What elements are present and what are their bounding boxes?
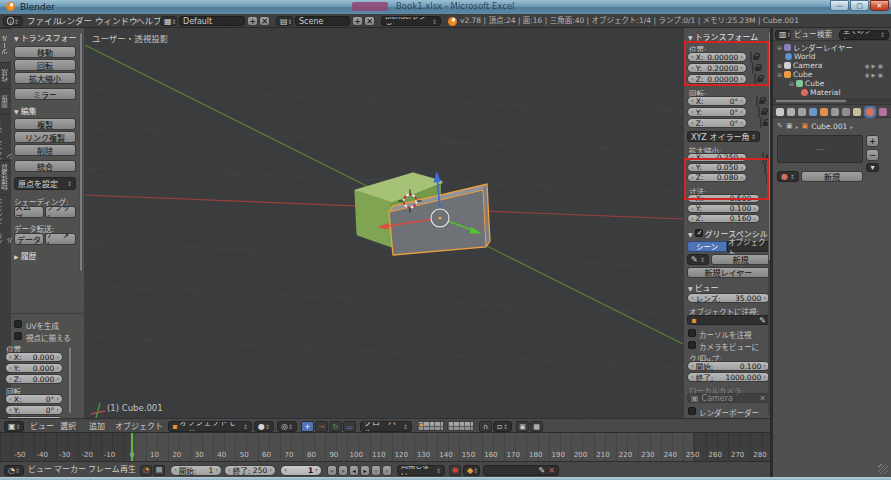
frame-start-field[interactable]: 開始:1 bbox=[170, 465, 222, 476]
delete-scene-button[interactable]: ✕ bbox=[364, 16, 375, 26]
mode-dropdown[interactable]: ▪オブジェクトモード bbox=[168, 421, 252, 432]
op-rotation-y-field[interactable]: Y:0° bbox=[5, 405, 63, 415]
disclosure-icon[interactable]: ⊖ bbox=[777, 44, 782, 51]
clip-end-field[interactable]: 終了:1000.000 bbox=[687, 372, 770, 382]
panel-header-history[interactable]: ▶履歴 bbox=[14, 250, 37, 261]
location-x-field[interactable]: X:0.00000 bbox=[687, 52, 747, 62]
add-layout-button[interactable]: + bbox=[247, 16, 258, 26]
scene-field[interactable]: Scene bbox=[295, 16, 350, 26]
resize-grip[interactable] bbox=[878, 464, 888, 474]
current-frame-field[interactable]: 1 bbox=[280, 465, 322, 476]
set-origin-dropdown[interactable]: 原点を設定 bbox=[14, 177, 76, 190]
screen-layout-field[interactable]: Default bbox=[179, 16, 245, 26]
delete-layout-button[interactable]: ✕ bbox=[259, 16, 270, 26]
tab-relations[interactable]: 関係 bbox=[0, 88, 11, 114]
active-layer-cell[interactable] bbox=[419, 423, 424, 427]
timeline-editor-icon[interactable]: ◔ bbox=[4, 465, 24, 476]
location-z-field[interactable]: Z:0.00000 bbox=[687, 74, 747, 84]
dimensions-x-field[interactable]: X:0.500 bbox=[687, 194, 760, 203]
shade-smooth-button[interactable]: スムーズ bbox=[14, 206, 44, 218]
outliner-row-render-layers[interactable]: ⊖レンダーレイヤー bbox=[777, 43, 853, 52]
jump-to-end-button[interactable]: » bbox=[338, 465, 348, 476]
scale-z-field[interactable]: Z:0.080 bbox=[687, 173, 747, 182]
preview-range-icon[interactable]: ◔ bbox=[140, 465, 152, 476]
play-button[interactable]: ▸ bbox=[360, 465, 370, 476]
translate-button[interactable]: 移動 bbox=[14, 46, 76, 58]
lock-rotation-z-icon[interactable] bbox=[760, 117, 762, 129]
editor-separator[interactable] bbox=[770, 28, 773, 477]
timeline-playhead[interactable] bbox=[131, 433, 133, 461]
clear-icon[interactable]: ✕ bbox=[759, 394, 766, 403]
manipulator-translate-icon[interactable]: → bbox=[315, 421, 328, 432]
tab-scene-icon[interactable] bbox=[798, 108, 806, 116]
manipulator-rotate-icon[interactable]: ↻ bbox=[329, 421, 342, 432]
gpencil-object-toggle[interactable]: オブジェクト bbox=[727, 241, 770, 252]
duplicate-linked-button[interactable]: リンク複製 bbox=[14, 131, 76, 143]
render-opengl-anim-icon[interactable]: ▦ bbox=[530, 421, 543, 432]
outliner-menu-view[interactable]: ビュー bbox=[794, 28, 817, 41]
tab-render-icon[interactable] bbox=[776, 108, 784, 116]
shade-flat-button[interactable]: フラット bbox=[45, 206, 76, 218]
viewport-menu-object[interactable]: オブジェクト bbox=[115, 419, 163, 434]
render-opengl-icon[interactable]: ▣ bbox=[516, 421, 529, 432]
keying-flash-icon[interactable]: ◆ bbox=[463, 465, 480, 476]
tab-material-icon[interactable] bbox=[866, 108, 874, 116]
maximize-button[interactable]: ▢ bbox=[850, 0, 869, 11]
lock-camera-checkbox[interactable] bbox=[688, 341, 696, 349]
shading-dropdown[interactable]: ● bbox=[254, 421, 274, 432]
material-slot-list[interactable]: — bbox=[777, 135, 863, 163]
jump-to-start-button[interactable]: « bbox=[327, 465, 337, 476]
clear-icon[interactable]: ✕ bbox=[548, 466, 555, 475]
location-y-field[interactable]: Y:0.20000 bbox=[687, 63, 747, 73]
viewport-menu-select[interactable]: 選択 bbox=[60, 419, 76, 434]
tab-create[interactable]: 作成 bbox=[0, 62, 11, 88]
slot-specials-icon[interactable]: ▾ bbox=[866, 163, 879, 172]
outliner-menu-search[interactable]: 検索 bbox=[817, 28, 832, 41]
op-location-x-field[interactable]: X:0.000 bbox=[5, 352, 63, 362]
next-keyframe-button[interactable]: › bbox=[382, 465, 392, 476]
delete-button[interactable]: 削除 bbox=[14, 144, 76, 156]
mirror-button[interactable]: ミラー bbox=[14, 88, 76, 100]
lock-cursor-checkbox[interactable] bbox=[688, 329, 696, 337]
outliner-row-world[interactable]: World bbox=[785, 52, 816, 61]
outliner-hscrollbar[interactable] bbox=[775, 99, 847, 103]
lens-field[interactable]: レンズ:35.000 bbox=[687, 293, 770, 303]
restrict-icons[interactable]: ◉▶▣ bbox=[865, 72, 885, 78]
outliner-editor-icon[interactable]: ▥ bbox=[775, 30, 791, 40]
scale-x-field[interactable]: X:0.250 bbox=[687, 153, 747, 162]
rotation-y-field[interactable]: Y:0° bbox=[687, 107, 747, 117]
viewport-menu-view[interactable]: ビュー bbox=[30, 419, 54, 434]
panel-header-transform[interactable]: ▼トランスフォーム bbox=[688, 31, 758, 42]
add-material-slot-button[interactable]: + bbox=[866, 135, 879, 147]
remove-material-slot-button[interactable]: − bbox=[866, 149, 879, 161]
tab-tools[interactable]: ツール bbox=[0, 28, 11, 62]
timeline-menu-view[interactable]: ビュー bbox=[28, 462, 52, 478]
pin-icon[interactable]: ✎ bbox=[777, 122, 783, 130]
data-transfer-layout-button[interactable]: データレ bbox=[45, 233, 76, 245]
edit-icon[interactable]: ✎ bbox=[539, 466, 546, 475]
prev-keyframe-button[interactable]: ‹ bbox=[371, 465, 381, 476]
tab-constraints-icon[interactable] bbox=[831, 108, 839, 116]
scale-button[interactable]: 拡大縮小 bbox=[14, 72, 76, 84]
menu-render[interactable]: レンダー bbox=[58, 14, 92, 28]
layers-grid-2[interactable] bbox=[447, 421, 474, 431]
tab-texture-icon[interactable] bbox=[879, 108, 887, 116]
manipulator-scale-icon[interactable]: ▭ bbox=[343, 421, 356, 432]
frame-end-field[interactable]: 終了:250 bbox=[224, 465, 276, 476]
outliner-row-cube[interactable]: ⊖Cube◉▶▣ bbox=[777, 70, 889, 79]
sync-mode-dropdown[interactable]: 同期しない bbox=[397, 465, 445, 476]
snap-element-dropdown[interactable]: ▫ bbox=[493, 421, 512, 432]
editor-type-button[interactable]: i bbox=[3, 16, 23, 26]
tab-world-icon[interactable] bbox=[809, 108, 817, 116]
close-button[interactable]: ✕ bbox=[870, 0, 889, 11]
screen-layout-icon[interactable]: ▦ bbox=[160, 16, 177, 26]
gpencil-scene-toggle[interactable]: シーン bbox=[687, 241, 727, 252]
scale-y-field[interactable]: Y:0.050 bbox=[687, 163, 747, 172]
timeline-ruler[interactable]: -50-40-30-20-100102030405060708090100110… bbox=[0, 433, 770, 461]
rotation-mode-dropdown[interactable]: XYZ オイラー角 bbox=[687, 131, 760, 142]
menu-help[interactable]: ヘルプ bbox=[136, 14, 162, 28]
local-camera-field[interactable]: ▣Camera✕ bbox=[687, 393, 770, 403]
dimensions-y-field[interactable]: Y:0.100 bbox=[687, 204, 760, 213]
align-to-view-checkbox[interactable] bbox=[14, 332, 22, 340]
timeline-menu-playback[interactable]: 再生 bbox=[120, 462, 136, 478]
